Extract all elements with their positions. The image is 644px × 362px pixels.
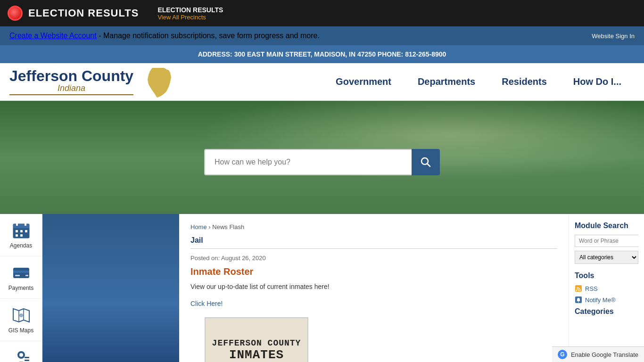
svg-rect-14 [25,275,28,276]
module-search-title: Module Search [575,222,638,230]
svg-point-27 [576,290,578,291]
main-content: Home › News Flash Jail Posted on: August… [179,214,569,362]
tools-title: Tools [575,272,638,280]
address-text: ADDRESS: 300 EAST MAIN STREET, MADISON, … [198,50,446,58]
calendar-icon [11,222,32,239]
svg-rect-13 [15,275,20,276]
breadcrumb-home[interactable]: Home [190,223,207,230]
svg-rect-4 [16,222,18,226]
svg-point-20 [19,353,23,357]
address-bar: ADDRESS: 300 EAST MAIN STREET, MADISON, … [0,45,644,63]
rss-icon [575,285,582,292]
election-right-info: ELECTION RESULTS View All Precincts [157,6,223,21]
article-title: Inmate Roster [190,266,557,277]
logo-underline [9,94,133,95]
google-g-icon: G [558,350,567,359]
right-sidebar: Module Search All categories Tools [569,214,644,362]
view-precincts-link[interactable]: View All Precincts [157,14,223,21]
inmates-image: JEFFERSON COUNTY INMATES [205,317,308,362]
word-phrase-input[interactable] [575,235,644,247]
logo-text: Jefferson County Indiana [9,68,133,95]
rss-label: RSS [585,285,598,292]
election-banner-title: ELECTION RESULTS [28,7,139,19]
content-panel: Home › News Flash Jail Posted on: August… [42,214,644,362]
svg-rect-7 [20,230,23,232]
notify-me-link[interactable]: Notify Me® [575,296,638,304]
hero-section [0,101,644,214]
sidebar-item-directory[interactable]: Directory [0,341,42,362]
section-label: Jail [190,236,557,249]
rss-link[interactable]: RSS [575,285,638,292]
svg-line-1 [427,164,430,166]
page-body: Agendas Payments [0,214,644,362]
sidebar-payments-label: Payments [8,285,33,291]
sidebar-gis-maps-label: GIS Maps [8,327,33,334]
notification-description: - Manage notification subscriptions, sav… [99,32,320,40]
svg-rect-21 [25,357,29,358]
search-button[interactable] [412,149,440,175]
sidebar-item-gis-maps[interactable]: GIS Maps [0,299,42,341]
election-banner: ELECTION RESULTS ELECTION RESULTS View A… [0,0,644,26]
inmates-title1: JEFFERSON COUNTY [212,338,301,348]
article-body: View our up-to-date list of current inma… [190,282,557,292]
nav-government[interactable]: Government [322,71,405,93]
svg-rect-22 [25,360,29,361]
website-sign-in-button[interactable]: Website Sign In [592,33,635,40]
notification-bar: Create a Website Account - Manage notifi… [0,26,644,45]
election-side-title: ELECTION RESULTS [157,6,223,14]
left-image-panel [42,214,179,362]
election-icon [8,6,23,21]
indiana-state-shape [138,66,176,99]
svg-point-29 [578,302,579,303]
map-icon [11,306,32,324]
credit-card-icon [11,264,32,282]
left-sidebar: Agendas Payments [0,214,42,362]
inmates-title2: INMATES [229,348,284,362]
category-select[interactable]: All categories [575,251,638,264]
nav-residents[interactable]: Residents [488,71,560,93]
notify-icon [575,296,582,304]
search-icon [421,157,431,167]
breadcrumb-current: News Flash [212,223,244,230]
directory-icon [11,349,32,362]
svg-rect-12 [13,271,29,273]
categories-title: Categories [575,307,638,316]
svg-rect-8 [25,230,27,232]
main-nav: Government Departments Residents How Do … [322,71,635,93]
site-header: Jefferson County Indiana Government Depa… [0,63,644,101]
notification-text: Create a Website Account - Manage notifi… [9,32,320,40]
post-date: Posted on: August 26, 2020 [190,255,557,262]
module-search-row [575,235,638,247]
svg-point-18 [19,313,23,317]
sidebar-agendas-label: Agendas [10,242,32,249]
logo-area: Jefferson County Indiana [9,66,176,99]
search-input[interactable] [204,149,412,175]
sidebar-item-payments[interactable]: Payments [0,256,42,299]
logo-main: Jefferson County [9,68,133,83]
translate-label[interactable]: Enable Google Translate [571,351,638,358]
svg-rect-10 [20,234,23,237]
translate-bar: G Enable Google Translate [552,346,644,362]
svg-rect-6 [16,230,18,232]
notify-label: Notify Me® [585,296,615,304]
svg-rect-5 [25,222,26,226]
article-click-here-link[interactable]: Click Here! [190,300,223,307]
search-bar [204,149,440,175]
svg-rect-9 [16,234,18,237]
nav-how-do-i[interactable]: How Do I... [560,71,635,93]
breadcrumb: Home › News Flash [190,223,557,230]
nav-departments[interactable]: Departments [405,71,488,93]
svg-rect-3 [13,224,29,228]
logo-sub: Indiana [9,83,133,93]
sidebar-item-agendas[interactable]: Agendas [0,214,42,256]
create-account-link[interactable]: Create a Website Account [9,32,97,40]
